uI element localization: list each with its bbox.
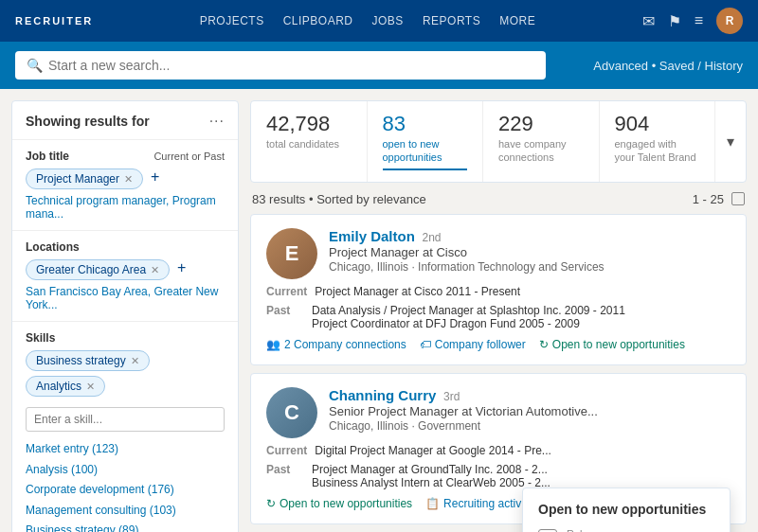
- skill-item-3[interactable]: Management consulting (103): [26, 501, 225, 522]
- location-tags: Greater Chicago Area ✕ +: [26, 259, 225, 280]
- search-bar: 🔍 Advanced • Saved / History: [0, 42, 758, 89]
- skills-label: Skills: [26, 331, 225, 345]
- candidate-info-0: Emily Dalton 2nd Project Manager at Cisc…: [329, 228, 731, 274]
- stat-open[interactable]: 83 open to new opportunities: [368, 101, 484, 182]
- top-nav: RECRUITER PROJECTS CLIPBOARD JOBS REPORT…: [0, 0, 758, 42]
- candidate-degree-0: 2nd: [422, 231, 441, 244]
- job-title-sub-link[interactable]: Technical program manager, Program mana.…: [26, 194, 225, 221]
- sidebar-title: Showing results for: [26, 114, 150, 129]
- candidate-card-1: C Channing Curry 3rd Senior Project Mana…: [250, 373, 747, 524]
- candidate-card-0: E Emily Dalton 2nd Project Manager at Ci…: [250, 214, 747, 365]
- job-title-tag-remove[interactable]: ✕: [124, 173, 133, 186]
- tooltip-title: Open to new opportunities: [538, 502, 714, 517]
- job-title-filter[interactable]: Current or Past: [153, 151, 225, 162]
- skill-list: Market entry (123) Analysis (100) Corpor…: [26, 439, 225, 532]
- open-opportunities-link-0[interactable]: ↻ Open to new opportunities: [539, 338, 685, 351]
- skill-item-4[interactable]: Business strategy (89): [26, 521, 225, 532]
- experience-current-1: Current Digital Project Manager at Googl…: [266, 444, 731, 457]
- stat-connections-number: 229: [498, 113, 584, 135]
- skill-input[interactable]: [26, 407, 225, 432]
- candidate-top-1: C Channing Curry 3rd Senior Project Mana…: [266, 387, 731, 438]
- add-location-button[interactable]: +: [177, 259, 186, 280]
- skill-tags: Business strategy ✕ Analytics ✕: [26, 350, 225, 397]
- nav-more[interactable]: MORE: [499, 14, 535, 27]
- stat-total-number: 42,798: [266, 113, 352, 135]
- location-sub-link[interactable]: San Francisco Bay Area, Greater New York…: [26, 285, 225, 311]
- skill-tag-1[interactable]: Analytics ✕: [26, 376, 105, 397]
- search-input[interactable]: [48, 58, 534, 73]
- candidate-actions-0: 👥 2 Company connections 🏷 Company follow…: [266, 338, 731, 351]
- candidate-info-1: Channing Curry 3rd Senior Project Manage…: [329, 387, 731, 433]
- add-job-title-button[interactable]: +: [151, 168, 159, 189]
- candidate-name-0[interactable]: Emily Dalton: [329, 228, 415, 244]
- location-tag-remove[interactable]: ✕: [151, 264, 159, 276]
- stat-brand-label: engaged with your Talent Brand: [615, 137, 700, 165]
- user-avatar[interactable]: R: [716, 8, 743, 34]
- skills-section: Skills Business strategy ✕ Analytics ✕ M…: [12, 322, 238, 532]
- select-all-checkbox[interactable]: [731, 192, 745, 205]
- experience-past-0: Past Data Analysis / Project Manager at …: [266, 304, 731, 330]
- skill-tag-0[interactable]: Business strategy ✕: [26, 350, 150, 371]
- main-layout: Showing results for ··· Job title Curren…: [0, 89, 758, 532]
- skill-item-2[interactable]: Corporate development (176): [26, 480, 225, 501]
- exp-current-text-1: Digital Project Manager at Google 2014 -…: [315, 444, 550, 457]
- nav-clipboard[interactable]: CLIPBOARD: [283, 14, 353, 27]
- experience-past-1: Past Project Manager at GroundTally Inc.…: [266, 463, 731, 489]
- skill-item-0[interactable]: Market entry (123): [26, 439, 225, 460]
- sidebar-options-button[interactable]: ···: [209, 113, 225, 130]
- stat-open-label: open to new opportunities: [383, 137, 468, 165]
- stats-bar: 42,798 total candidates 83 open to new o…: [250, 100, 747, 183]
- results-meta: 83 results • Sorted by relevance 1 - 25: [250, 192, 747, 206]
- candidate-name-1[interactable]: Channing Curry: [329, 387, 436, 403]
- messages-icon[interactable]: ✉: [642, 12, 655, 30]
- nav-jobs[interactable]: JOBS: [372, 14, 404, 27]
- search-icon: 🔍: [27, 58, 43, 73]
- results-pagination: 1 - 25: [693, 192, 745, 206]
- tooltip-row-0: ☰ Roles: Project Manager, Sr Project Man…: [538, 528, 714, 532]
- skill-tag-1-remove[interactable]: ✕: [86, 381, 95, 393]
- stat-total-label: total candidates: [266, 137, 352, 151]
- nav-reports[interactable]: REPORTS: [423, 14, 480, 27]
- stat-total[interactable]: 42,798 total candidates: [251, 101, 368, 182]
- nav-projects[interactable]: PROJECTS: [200, 14, 264, 27]
- candidate-top-0: E Emily Dalton 2nd Project Manager at Ci…: [266, 228, 731, 279]
- open-opportunities-tooltip: Open to new opportunities ☰ Roles: Proje…: [522, 488, 731, 532]
- nav-links: PROJECTS CLIPBOARD JOBS REPORTS MORE: [200, 14, 536, 27]
- stat-brand[interactable]: 904 engaged with your Talent Brand: [600, 101, 716, 182]
- candidate-degree-1: 3rd: [443, 390, 460, 403]
- skill-tag-0-remove[interactable]: ✕: [131, 355, 139, 367]
- candidate-avatar-0: E: [266, 228, 317, 279]
- experience-current-0: Current Project Manager at Cisco 2011 - …: [266, 285, 731, 298]
- collapse-stats-button[interactable]: ▾: [715, 101, 746, 182]
- stat-brand-number: 904: [615, 113, 700, 135]
- candidate-title-1: Senior Project Manager at Victorian Auto…: [329, 404, 731, 418]
- stat-connections-label: have company connections: [498, 137, 584, 165]
- candidate-title-0: Project Manager at Cisco: [329, 245, 731, 259]
- advanced-saved-history[interactable]: Advanced • Saved / History: [593, 59, 743, 73]
- candidate-avatar-1: C: [266, 387, 317, 438]
- search-input-wrap[interactable]: 🔍: [15, 51, 546, 80]
- nav-icons: ✉ ⚑ ≡ R: [642, 8, 743, 34]
- exp-past-lines-1: Project Manager at GroundTally Inc. 2008…: [312, 463, 550, 489]
- brand-logo: RECRUITER: [15, 15, 93, 27]
- locations-label: Locations: [26, 240, 225, 254]
- job-title-tag[interactable]: Project Manager ✕: [26, 168, 143, 189]
- exp-current-text-0: Project Manager at Cisco 2011 - Present: [315, 285, 520, 298]
- company-follower-link-0[interactable]: 🏷 Company follower: [420, 338, 526, 351]
- results-panel: 42,798 total candidates 83 open to new o…: [250, 100, 747, 532]
- results-count: 83 results • Sorted by relevance: [252, 192, 426, 206]
- tooltip-roles-content: Roles: Project Manager, Sr Project Manag…: [567, 528, 714, 532]
- list-icon[interactable]: ≡: [695, 12, 703, 29]
- open-opportunities-link-1[interactable]: ↻ Open to new opportunities: [266, 497, 412, 510]
- exp-past-lines-0: Data Analysis / Project Manager at Splas…: [312, 304, 625, 330]
- sidebar-header: Showing results for ···: [12, 101, 238, 140]
- job-title-tags: Project Manager ✕ +: [26, 168, 225, 189]
- recruiting-activity-link-1[interactable]: 📋 Recruiting activity: [425, 497, 532, 510]
- skill-item-1[interactable]: Analysis (100): [26, 460, 225, 481]
- flag-icon[interactable]: ⚑: [668, 12, 681, 30]
- company-connections-link-0[interactable]: 👥 2 Company connections: [266, 338, 406, 351]
- location-tag[interactable]: Greater Chicago Area ✕: [26, 259, 170, 280]
- sidebar: Showing results for ··· Job title Curren…: [11, 100, 239, 532]
- job-title-section: Job title Current or Past Project Manage…: [12, 140, 238, 231]
- stat-connections[interactable]: 229 have company connections: [483, 101, 600, 182]
